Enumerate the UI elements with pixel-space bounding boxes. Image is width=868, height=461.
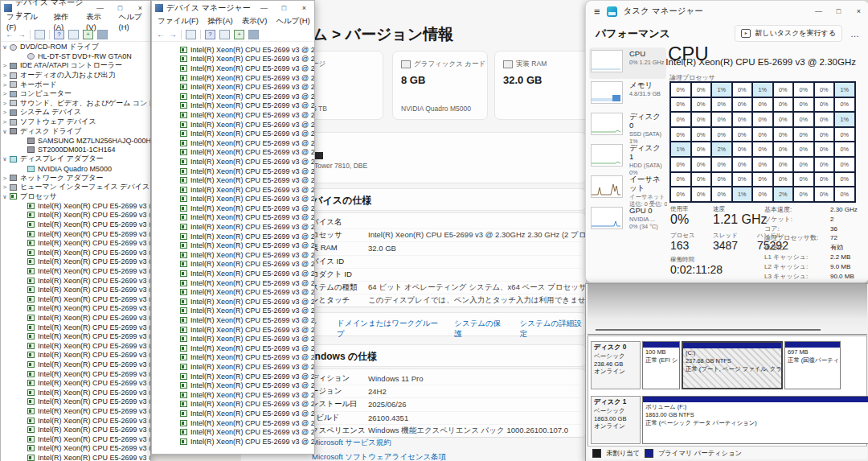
tree-item[interactable]: Intel(R) Xeon(R) CPU E5-2699 v3 @ 2.30GH… <box>152 427 314 437</box>
tree-item[interactable]: Intel(R) Xeon(R) CPU E5-2699 v3 @ 2.30GH… <box>152 222 314 232</box>
menu-item[interactable]: 操作(A) <box>207 16 233 27</box>
tree-item[interactable]: Intel(R) Xeon(R) CPU E5-2699 v3 @ 2.30GH… <box>152 101 314 111</box>
tree-item[interactable]: Intel(R) Xeon(R) CPU E5-2699 v3 @ 2.30GH… <box>152 418 314 428</box>
help-icon[interactable]: ? <box>54 30 64 39</box>
menu-item[interactable]: ヘルプ(H) <box>276 16 309 27</box>
partition[interactable]: (C:)237.68 GB NTFS正常 (ブート, ページ ファイル, クラッ… <box>682 341 783 389</box>
expand-icon[interactable]: > <box>1 118 9 126</box>
refresh-icon[interactable]: + <box>83 30 93 39</box>
tree-item[interactable]: Intel(R) Xeon(R) CPU E5-2699 v3 @ 2.30GH… <box>152 167 314 176</box>
menu-item[interactable]: 表示(V) <box>242 16 268 27</box>
refresh-icon[interactable]: + <box>234 30 244 39</box>
menu-item[interactable]: 表示(V) <box>86 12 110 31</box>
sidebar-item-gpu0[interactable]: GPU 0NVIDIA ...0% (34 °C) <box>589 204 666 236</box>
properties-icon[interactable] <box>219 30 230 39</box>
expand-icon[interactable]: > <box>1 175 9 182</box>
tree-item[interactable]: Intel(R) Xeon(R) CPU E5-2699 v3 @ 2.30GH… <box>152 307 314 316</box>
partition[interactable]: 697 MB正常 (回復パーティ <box>784 341 841 389</box>
computer-icon[interactable] <box>97 30 108 39</box>
tree-item[interactable]: Intel(R) Xeon(R) CPU E5-2699 v3 @ 2.30GH… <box>152 353 314 363</box>
tree-item[interactable]: Intel(R) Xeon(R) CPU E5-2699 v3 @ 2.30GH… <box>1 323 150 332</box>
disk-label-cell[interactable]: ディスク 0ベーシック238.46 GBオンライン <box>591 341 641 389</box>
back-icon[interactable]: ← <box>6 31 14 39</box>
tree-item[interactable]: Intel(R) Xeon(R) CPU E5-2699 v3 @ 2.30GH… <box>1 238 150 248</box>
properties-icon[interactable] <box>68 30 79 39</box>
expand-icon[interactable]: > <box>1 81 9 88</box>
tree-item[interactable]: Intel(R) Xeon(R) CPU E5-2699 v3 @ 2.30GH… <box>152 73 314 83</box>
tree-item[interactable]: >システム デバイス <box>1 108 150 117</box>
tree-item[interactable]: Intel(R) Xeon(R) CPU E5-2699 v3 @ 2.30GH… <box>152 372 314 381</box>
tree-item[interactable]: Intel(R) Xeon(R) CPU E5-2699 v3 @ 2.30GH… <box>152 334 314 344</box>
close-button[interactable]: × <box>849 5 868 19</box>
tree-item[interactable]: Intel(R) Xeon(R) CPU E5-2699 v3 @ 2.30GH… <box>1 341 150 351</box>
sidebar-item-cpu[interactable]: CPU0% 1.21 GHz <box>589 47 666 79</box>
tree-item[interactable]: Intel(R) Xeon(R) CPU E5-2699 v3 @ 2.30GH… <box>1 248 150 257</box>
titlebar[interactable]: ≡ タスク マネージャー —□× <box>586 1 868 22</box>
tree-item[interactable]: Intel(R) Xeon(R) CPU E5-2699 v3 @ 2.30GH… <box>1 416 150 426</box>
related-link[interactable]: システムの保護 <box>454 319 506 340</box>
tree-item[interactable]: Intel(R) Xeon(R) CPU E5-2699 v3 @ 2.30GH… <box>1 331 150 341</box>
expand-icon[interactable]: > <box>1 90 9 97</box>
tree-item[interactable]: Intel(R) Xeon(R) CPU E5-2699 v3 @ 2.30GH… <box>152 287 314 297</box>
tree-item[interactable]: Intel(R) Xeon(R) CPU E5-2699 v3 @ 2.30GH… <box>1 266 150 276</box>
expand-icon[interactable]: > <box>1 109 9 116</box>
tree-item[interactable]: Intel(R) Xeon(R) CPU E5-2699 v3 @ 2.30GH… <box>152 55 314 64</box>
tree-item[interactable]: Intel(R) Xeon(R) CPU E5-2699 v3 @ 2.30GH… <box>152 232 314 241</box>
tree-item[interactable]: ∨ディスプレイ アダプター <box>1 154 150 164</box>
collapse-icon[interactable]: ∨ <box>1 155 9 163</box>
sidebar-item-ディスク1[interactable]: ディスク 1HDD (SATA)0% <box>589 142 666 173</box>
menu-item[interactable]: ファイル(F) <box>6 12 45 31</box>
maximize-button[interactable]: □ <box>274 2 294 15</box>
tree-item[interactable]: NVIDIA Quadro M5000 <box>1 164 150 174</box>
tree-item[interactable]: >ソフトウェア デバイス <box>1 117 150 127</box>
menu-item[interactable]: 操作(A) <box>54 12 78 31</box>
tree-item[interactable]: Intel(R) Xeon(R) CPU E5-2699 v3 @ 2.30GH… <box>1 220 150 229</box>
tree-item[interactable]: ∨ディスク ドライブ <box>1 126 150 136</box>
tree-item[interactable]: Intel(R) Xeon(R) CPU E5-2699 v3 @ 2.30GH… <box>1 444 150 454</box>
tree-item[interactable]: HL-DT-ST DVD+-RW GTA0N <box>1 52 150 62</box>
collapse-icon[interactable]: ∨ <box>1 193 9 200</box>
minimize-button[interactable]: — <box>254 2 274 15</box>
tree-item[interactable]: Intel(R) Xeon(R) CPU E5-2699 v3 @ 2.30GH… <box>152 241 314 250</box>
tree-item[interactable]: Intel(R) Xeon(R) CPU E5-2699 v3 @ 2.30GH… <box>1 397 150 407</box>
spec-card[interactable]: グラフィックス カード8 GBNVIDIA Quadro M5000 <box>392 51 488 120</box>
tree-item[interactable]: Intel(R) Xeon(R) CPU E5-2699 v3 @ 2.30GH… <box>1 360 150 369</box>
tree-item[interactable]: Intel(R) Xeon(R) CPU E5-2699 v3 @ 2.30GH… <box>152 325 314 335</box>
collapse-icon[interactable]: ∨ <box>1 43 9 51</box>
partition[interactable]: ボリューム (F:)1863.00 GB NTFS正常 (ベーシック データ パ… <box>642 396 868 444</box>
tree-item[interactable]: >オーディオの入力および出力 <box>1 71 150 80</box>
menu-item[interactable]: ファイル(F) <box>158 16 199 27</box>
tree-item[interactable]: Intel(R) Xeon(R) CPU E5-2699 v3 @ 2.30GH… <box>152 64 314 73</box>
minimize-button[interactable]: — <box>809 5 829 19</box>
tree-item[interactable]: Intel(R) Xeon(R) CPU E5-2699 v3 @ 2.30GH… <box>1 369 150 379</box>
volume-list-pane[interactable] <box>588 284 867 335</box>
tree-item[interactable]: Intel(R) Xeon(R) CPU E5-2699 v3 @ 2.30GH… <box>152 129 314 138</box>
tree-item[interactable]: Intel(R) Xeon(R) CPU E5-2699 v3 @ 2.30GH… <box>1 406 150 416</box>
tree-item[interactable]: Intel(R) Xeon(R) CPU E5-2699 v3 @ 2.30GH… <box>1 388 150 397</box>
tree-item[interactable]: Intel(R) Xeon(R) CPU E5-2699 v3 @ 2.30GH… <box>152 185 314 195</box>
show-window-icon[interactable] <box>186 30 196 39</box>
tree-item[interactable]: Intel(R) Xeon(R) CPU E5-2699 v3 @ 2.30GH… <box>152 120 314 130</box>
tree-item[interactable]: Intel(R) Xeon(R) CPU E5-2699 v3 @ 2.30GH… <box>152 92 314 101</box>
spec-card[interactable]: 実装 RAM32.0 GB <box>494 51 592 120</box>
tree-item[interactable]: Intel(R) Xeon(R) CPU E5-2699 v3 @ 2.30GH… <box>152 381 314 390</box>
partition[interactable]: 100 MB正常 (EFI シ <box>642 341 680 389</box>
tree-item[interactable]: Intel(R) Xeon(R) CPU E5-2699 v3 @ 2.30GH… <box>1 378 150 388</box>
computer-icon[interactable] <box>248 30 259 39</box>
tree-item[interactable]: Intel(R) Xeon(R) CPU E5-2699 v3 @ 2.30GH… <box>152 45 314 55</box>
tree-item[interactable]: Intel(R) Xeon(R) CPU E5-2699 v3 @ 2.30GH… <box>152 157 314 167</box>
tree-item[interactable]: Intel(R) Xeon(R) CPU E5-2699 v3 @ 2.30GH… <box>1 201 150 211</box>
tree-item[interactable]: >IDE ATA/ATAPI コントローラー <box>1 61 150 71</box>
expand-icon[interactable]: > <box>1 62 9 69</box>
tree-item[interactable]: Intel(R) Xeon(R) CPU E5-2699 v3 @ 2.30GH… <box>1 294 150 304</box>
titlebar[interactable]: デバイス マネージャー —□× <box>152 1 314 15</box>
tree-item[interactable]: >ヒューマン インターフェイス デバイス <box>1 183 150 192</box>
tree-item[interactable]: Intel(R) Xeon(R) CPU E5-2699 v3 @ 2.30GH… <box>152 409 314 418</box>
tree-item[interactable]: Intel(R) Xeon(R) CPU E5-2699 v3 @ 2.30GH… <box>152 278 314 288</box>
tree-item[interactable]: Intel(R) Xeon(R) CPU E5-2699 v3 @ 2.30GH… <box>152 110 314 120</box>
tree-item[interactable]: SAMSUNG MZ7LN256HAJQ-000H1 <box>1 136 150 146</box>
tree-item[interactable]: Intel(R) Xeon(R) CPU E5-2699 v3 @ 2.30GH… <box>152 204 314 213</box>
sidebar-item-ディスク0[interactable]: ディスク 0SSD (SATA)1% <box>589 110 666 142</box>
tree-item[interactable]: Intel(R) Xeon(R) CPU E5-2699 v3 @ 2.30GH… <box>152 250 314 260</box>
tree-item[interactable]: ∨DVD/CD-ROM ドライブ <box>1 43 150 52</box>
